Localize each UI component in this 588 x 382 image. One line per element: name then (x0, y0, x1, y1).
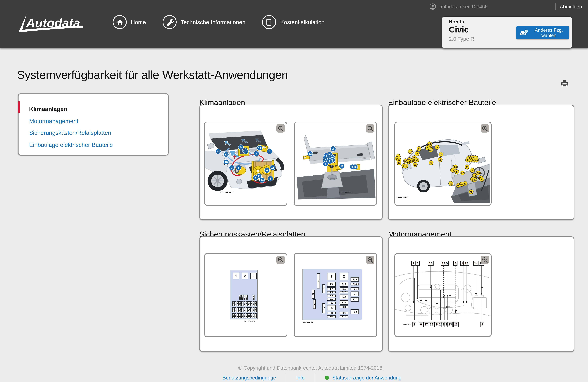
fuse-F18: F18 (339, 295, 348, 299)
fuse-F12: F12 (327, 305, 336, 310)
fuse-F22: F22 (255, 307, 257, 312)
logout-button[interactable]: Abmelden (560, 4, 582, 9)
fuse-F21: F21 (339, 312, 348, 314)
fuse-F32: F32 (252, 301, 254, 306)
leader-line (447, 296, 447, 320)
footer-link-status[interactable]: Statusanzeige der Anwendung (329, 375, 411, 381)
fuse-F21: F21 (252, 307, 254, 312)
leader-line (426, 300, 426, 320)
fuse-F4: F4 (322, 285, 325, 293)
autodata-logo[interactable]: Autodata (17, 14, 85, 35)
thumbnail-klima-dashboard[interactable]: 31289613754151021111416 AD1195093 © (294, 122, 377, 206)
figure-code: AD113964 © (397, 196, 409, 199)
leader-line (414, 279, 414, 320)
leader-line (443, 266, 444, 297)
change-vehicle-button[interactable]: Anderes Fzg. wählen (516, 26, 569, 39)
thumbnail-fusebox-interior[interactable]: 123F34F35F36F37F38F23F24F25F26F27F28F29F… (204, 253, 287, 337)
callout-3: 3 (230, 165, 234, 170)
engine-callout-4: 4 (453, 261, 457, 266)
zoom-thumbnail-button[interactable] (276, 256, 285, 264)
copyright-text: © Copyright und Datenbankrechte: Autodat… (0, 365, 588, 371)
printer-icon (560, 80, 569, 88)
fuse-F2: F2 (312, 289, 315, 299)
callout-5: 5 (267, 149, 272, 154)
username-label: autodata.user-123456 (440, 4, 488, 9)
zoom-thumbnail-button[interactable] (366, 124, 374, 133)
fuse-F24: F24 (234, 301, 236, 306)
engine-callout-11: 11 (453, 322, 459, 327)
relay-slot-3: 3 (250, 273, 257, 279)
fuse-F19: F19 (248, 307, 250, 312)
fuse-F37: F37 (246, 295, 248, 300)
engine-callout-23: 23 (447, 322, 453, 327)
print-button[interactable] (560, 80, 569, 88)
page-title: Systemverfügbarkeit für alle Werkstatt-A… (17, 68, 288, 82)
thumbnail-motormanagement[interactable]: 13131254161914212617151810202223119 AB9 … (394, 253, 492, 337)
fuse-F27: F27 (351, 297, 359, 302)
fuse-F22: F22 (339, 315, 348, 318)
sidebar-item-einbaulage[interactable]: Einbaulage elektrischer Bauteile (29, 139, 168, 151)
callout-33: 33 (472, 173, 477, 178)
thumbnail-fusebox-engine[interactable]: F1F4F2F3F51F6F7F8F9F10F11F12F13F142F15F1… (294, 253, 377, 337)
callout-13: 13 (215, 149, 220, 154)
thumbnail-einbaulage[interactable]: 4910344941187813052523223754201352404295… (394, 122, 492, 206)
status-dot-icon (325, 376, 329, 380)
figure-code: AD1195093 © (339, 191, 353, 194)
leader-line (466, 266, 467, 302)
svg-text:Autodata: Autodata (26, 16, 80, 30)
callout-15: 15 (270, 165, 275, 170)
leader-dot (417, 298, 418, 300)
callout-48: 48 (474, 158, 479, 162)
callout-40: 40 (397, 161, 401, 165)
zoom-thumbnail-button[interactable] (481, 256, 489, 264)
magnifier-plus-icon (482, 257, 488, 263)
leader-dot (425, 300, 427, 301)
leader-dot (475, 293, 477, 295)
leader-dot (444, 295, 445, 296)
fuse-F11: F11 (255, 313, 257, 318)
magnifier-plus-icon (277, 257, 284, 263)
sidebar-item-sicherungskaesten[interactable]: Sicherungskästen/Relaisplatten (29, 127, 168, 139)
fuse-F31: F31 (250, 301, 252, 306)
callout-38: 38 (465, 165, 469, 169)
zoom-thumbnail-button[interactable] (366, 256, 374, 264)
callout-9: 9 (238, 145, 243, 150)
zoom-thumbnail-button[interactable] (276, 124, 285, 133)
sidebar-item-motormanagement[interactable]: Motormanagement (29, 115, 168, 127)
nav-item-technical-info[interactable]: Technische Informationen (163, 15, 245, 29)
engine-callout-15: 15 (429, 322, 434, 327)
sidebar-item-klimaanlagen[interactable]: Klimaanlagen (29, 103, 168, 115)
zoom-thumbnail-button[interactable] (481, 124, 489, 133)
leader-line (431, 286, 432, 320)
nav-item-cost-calculation[interactable]: Kostenkalkulation (262, 15, 325, 29)
fuse-F19: F19 (339, 300, 348, 305)
home-icon (113, 15, 127, 29)
callout-39: 39 (455, 170, 459, 174)
fuse-2: 2 (339, 273, 348, 280)
thumbnail-klima-engine-bay[interactable]: 13129101175163161524148 AD1195095 © (204, 122, 287, 206)
nav-item-home[interactable]: Home (113, 15, 146, 29)
leader-dot (430, 286, 431, 288)
engine-callout-3: 3 (416, 261, 420, 266)
engine-callout-17: 17 (423, 322, 429, 327)
fuse-F1: F1 (317, 273, 320, 288)
callout-1: 1 (236, 165, 241, 170)
engine-callout-19: 19 (463, 261, 469, 266)
footer-link-info[interactable]: Info (286, 375, 315, 381)
nav-label: Kostenkalkulation (280, 19, 325, 25)
fuse-F9: F9 (250, 313, 252, 318)
fuse-F26: F26 (239, 301, 241, 306)
engine-callout-6: 6 (419, 322, 423, 327)
footer-link-terms[interactable]: Benutzungsbedingunge (213, 375, 286, 381)
fusebox-interior-diagram: 123F34F35F36F37F38F23F24F25F26F27F28F29F… (230, 270, 257, 320)
leader-line (413, 266, 414, 302)
fuse-F15: F15 (339, 282, 348, 286)
fuse-F14: F14 (237, 307, 238, 312)
fuse-F16: F16 (339, 287, 348, 290)
fuse-F8: F8 (327, 291, 336, 293)
callout-16: 16 (224, 160, 229, 165)
callout-26: 26 (453, 165, 458, 169)
leader-line (455, 266, 456, 312)
fuse-F14: F14 (327, 315, 336, 318)
fuse-F28: F28 (351, 309, 359, 314)
